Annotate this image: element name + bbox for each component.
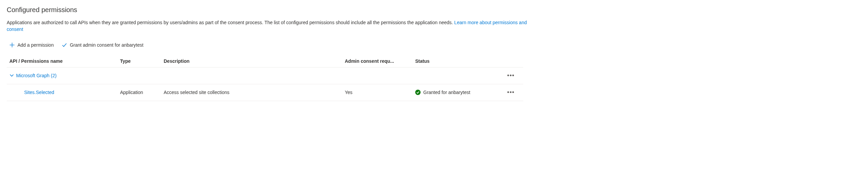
grant-consent-label: Grant admin consent for anbarytest (70, 42, 143, 48)
group-toggle-button[interactable]: Microsoft Graph (2) (9, 73, 502, 79)
permission-status: Granted for anbarytest (415, 90, 502, 95)
table-header: API / Permissions name Type Description … (7, 56, 523, 68)
description-text: Applications are authorized to call APIs… (7, 19, 530, 33)
group-more-button[interactable]: ••• (502, 71, 516, 81)
api-group-row: Microsoft Graph (2) ••• (7, 68, 523, 84)
section-title: Configured permissions (7, 6, 861, 14)
col-api-name: API / Permissions name (9, 58, 120, 64)
plus-icon (9, 42, 15, 48)
add-permission-button[interactable]: Add a permission (9, 41, 54, 49)
permission-status-text: Granted for anbarytest (423, 90, 470, 95)
description-body: Applications are authorized to call APIs… (7, 20, 454, 25)
col-admin-consent: Admin consent requ... (345, 58, 415, 64)
check-icon (62, 42, 67, 48)
permission-description: Access selected site collections (164, 90, 345, 95)
more-icon: ••• (507, 89, 515, 96)
toolbar: Add a permission Grant admin consent for… (7, 41, 861, 49)
chevron-down-icon (9, 73, 14, 79)
permission-type: Application (120, 90, 164, 95)
grant-consent-button[interactable]: Grant admin consent for anbarytest (62, 41, 143, 49)
status-granted-icon (415, 90, 421, 95)
col-type: Type (120, 58, 164, 64)
group-label: Microsoft Graph (2) (16, 73, 57, 78)
more-icon: ••• (507, 72, 515, 79)
col-status: Status (415, 58, 502, 64)
col-description: Description (164, 58, 345, 64)
add-permission-label: Add a permission (18, 42, 54, 48)
permission-name-link[interactable]: Sites.Selected (9, 90, 120, 95)
row-more-button[interactable]: ••• (502, 88, 516, 97)
permission-admin-consent: Yes (345, 90, 415, 95)
permissions-table: API / Permissions name Type Description … (7, 56, 523, 101)
table-row: Sites.Selected Application Access select… (7, 84, 523, 101)
